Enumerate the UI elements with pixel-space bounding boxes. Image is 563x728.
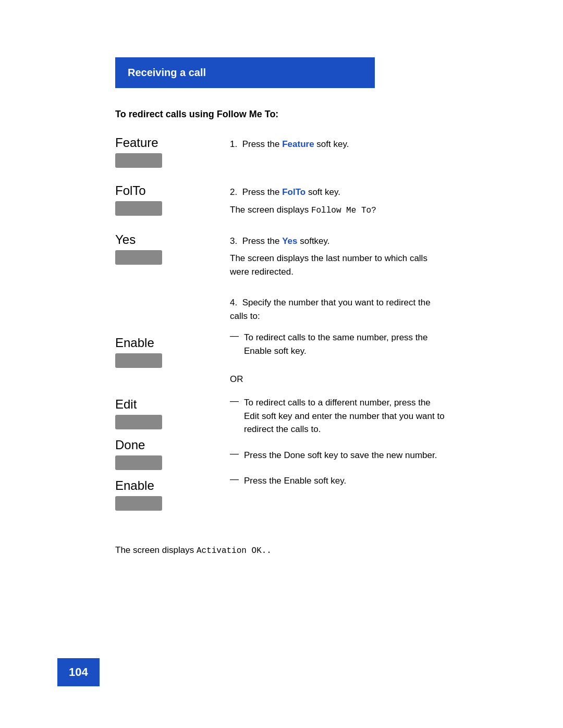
activation-code: Activation OK.. (197, 546, 272, 556)
step-4-enable-blue: Enable (244, 346, 272, 356)
activation-prefix: The screen displays (115, 545, 197, 555)
page: Receiving a call To redirect calls using… (0, 0, 563, 728)
step-4-bullet-done: — Press the Done soft key to save the ne… (230, 449, 448, 462)
step-4-enable-group: Enable (115, 336, 162, 368)
step-1-softkey-label: Feature (115, 135, 158, 150)
dash-4: — (230, 474, 239, 488)
step-1-text: 1. Press the Feature soft key. (230, 138, 448, 151)
step-2-folto-link: FolTo (282, 187, 305, 197)
step-4-edit-group: Edit (115, 397, 162, 429)
step-4-done-blue: Done (284, 450, 305, 460)
step-2-number: 2. (230, 187, 242, 197)
step-3-instruction: 3. Press the Yes softkey. The screen dis… (219, 232, 448, 279)
step-4-enable2-blue: Enable (284, 476, 312, 486)
step-4-instruction: 4. Specify the number that you want to r… (219, 294, 448, 493)
step-4-done-group: Done (115, 438, 162, 470)
step-2-softkey-label: FolTo (115, 183, 146, 198)
page-number: 104 (69, 665, 88, 678)
step-4-done-button (115, 455, 162, 470)
step-1-feature-link: Feature (282, 139, 314, 149)
dash-3: — (230, 449, 239, 462)
step-1-instruction: 1. Press the Feature soft key. (219, 135, 448, 151)
step-3-number: 3. (230, 236, 242, 246)
step-3-yes-link: Yes (282, 236, 297, 246)
step-4-enable2-text: Press the Enable soft key. (244, 474, 346, 488)
step-4-enable-label-2: Enable (115, 478, 154, 493)
dash-1: — (230, 331, 239, 357)
section-title: To redirect calls using Follow Me To: (115, 109, 448, 120)
step-4-edit-text: To redirect calls to a different number,… (244, 396, 448, 436)
step-2-softkey-button (115, 201, 162, 216)
step-4-edit-label: Edit (115, 397, 137, 412)
step-3-softkey-label: Yes (115, 232, 136, 247)
step-3-row: Yes 3. Press the Yes softkey. The screen… (115, 232, 448, 279)
step-3-softkey-button (115, 250, 162, 265)
step-1-number: 1. (230, 139, 242, 149)
step-4-enable-group-2: Enable (115, 478, 162, 511)
header-title: Receiving a call (128, 67, 206, 78)
step-1-row: Feature 1. Press the Feature soft key. (115, 135, 448, 168)
step-4-bullet-enable: — To redirect calls to the same number, … (230, 331, 448, 357)
step-3-sub-text: The screen displays the last number to w… (230, 252, 448, 278)
step-4-bullet-edit: — To redirect calls to a different numbe… (230, 396, 448, 436)
step-2-instruction: 2. Press the FolTo soft key. The screen … (219, 183, 448, 217)
step-4-bullet-enable2: — Press the Enable soft key. (230, 474, 448, 488)
step-4-intro-text: 4. Specify the number that you want to r… (230, 296, 448, 323)
step-1-softkey-col: Feature (115, 135, 219, 168)
page-number-box: 104 (57, 658, 100, 686)
or-separator: OR (230, 374, 448, 385)
step-2-screen-text: The screen displays Follow Me To? (230, 203, 448, 217)
step-4-edit-blue: Edit (244, 411, 259, 421)
step-4-enable-text: To redirect calls to the same number, pr… (244, 331, 448, 357)
step-4-done-text: Press the Done soft key to save the new … (244, 449, 437, 462)
step-4-enable-label-1: Enable (115, 336, 154, 350)
activation-line: The screen displays Activation OK.. (115, 545, 448, 556)
main-content: To redirect calls using Follow Me To: Fe… (115, 109, 448, 556)
step-2-row: FolTo 2. Press the FolTo soft key. The s… (115, 183, 448, 217)
step-2-screen-display: Follow Me To? (311, 206, 376, 215)
step-4-enable-button-1 (115, 353, 162, 368)
step-4-intro: Specify the number that you want to redi… (230, 298, 431, 321)
step-2-softkey-col: FolTo (115, 183, 219, 216)
step-4-done-label: Done (115, 438, 145, 452)
header-banner: Receiving a call (115, 57, 375, 88)
step-1-softkey-button (115, 153, 162, 168)
step-4-edit-button (115, 415, 162, 429)
step-4-number: 4. (230, 298, 242, 307)
step-3-text: 3. Press the Yes softkey. (230, 235, 448, 248)
step-4-row: Enable Edit Done Enable (115, 294, 448, 519)
step-4-enable-button-2 (115, 496, 162, 511)
dash-2: — (230, 396, 239, 436)
step-2-text: 2. Press the FolTo soft key. (230, 186, 448, 199)
step-3-softkey-col: Yes (115, 232, 219, 265)
step-4-softkey-col: Enable Edit Done Enable (115, 294, 219, 519)
